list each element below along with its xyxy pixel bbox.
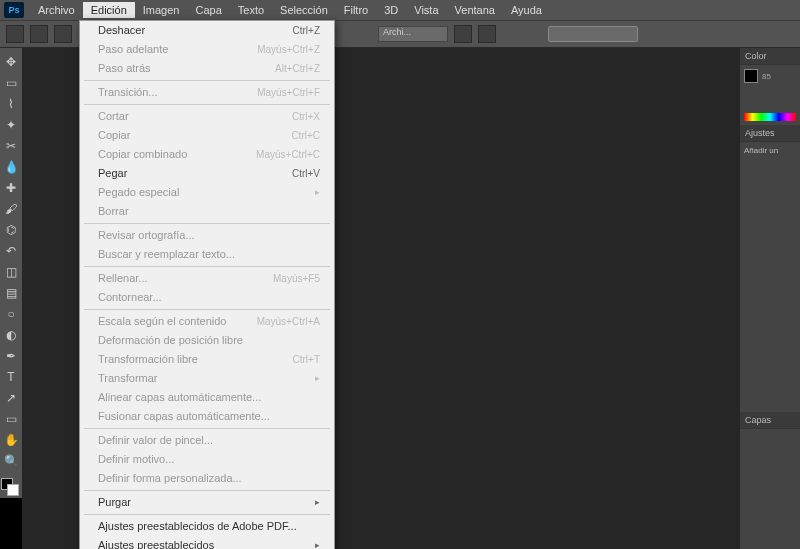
menuitem-label: Pegar [98, 166, 127, 181]
tool-blur[interactable]: ○ [1, 304, 21, 324]
menuitem-label: Escala según el contenido [98, 314, 226, 329]
tool-stamp[interactable]: ⌬ [1, 220, 21, 240]
tool-gradient[interactable]: ▤ [1, 283, 21, 303]
menuitem-escala-seg-n-el-contenido: Escala según el contenidoMayús+Ctrl+A [80, 312, 334, 331]
tool-wand[interactable]: ✦ [1, 115, 21, 135]
menuitem-definir-valor-de-pincel: Definir valor de pincel... [80, 431, 334, 450]
menu-capa[interactable]: Capa [187, 2, 229, 18]
tool-marquee[interactable]: ▭ [1, 73, 21, 93]
menuitem-label: Revisar ortografía... [98, 228, 195, 243]
menuitem-label: Paso adelante [98, 42, 168, 57]
hue-strip[interactable] [744, 113, 796, 121]
menuitem-label: Borrar [98, 204, 129, 219]
tool-eraser[interactable]: ◫ [1, 262, 21, 282]
right-panels: Color 85 Ajustes Añadir un Capas [740, 48, 800, 549]
menuitem-ajustes-preestablecidos-de-adobe-pdf[interactable]: Ajustes preestablecidos de Adobe PDF... [80, 517, 334, 536]
opt-swatch[interactable] [54, 25, 72, 43]
menuitem-definir-motivo: Definir motivo... [80, 450, 334, 469]
menuitem-copiar-combinado: Copiar combinadoMayús+Ctrl+C [80, 145, 334, 164]
menuitem-rellenar: Rellenar...Mayús+F5 [80, 269, 334, 288]
opt-button[interactable] [548, 26, 638, 42]
tool-zoom[interactable]: 🔍 [1, 451, 21, 471]
menu-archivo[interactable]: Archivo [30, 2, 83, 18]
menu-separator [84, 428, 330, 429]
menuitem-copiar: CopiarCtrl+C [80, 126, 334, 145]
tool-hand[interactable]: ✋ [1, 430, 21, 450]
menuitem-ajustes-preestablecidos[interactable]: Ajustes preestablecidos [80, 536, 334, 549]
menuitem-label: Pegado especial [98, 185, 179, 200]
tool-lasso[interactable]: ⌇ [1, 94, 21, 114]
menu-separator [84, 104, 330, 105]
tool-brush[interactable]: 🖌 [1, 199, 21, 219]
menuitem-fusionar-capas-autom-ticamente: Fusionar capas automáticamente... [80, 407, 334, 426]
menu-separator [84, 514, 330, 515]
opt-swatch[interactable] [30, 25, 48, 43]
menuitem-paso-atr-s: Paso atrásAlt+Ctrl+Z [80, 59, 334, 78]
menu-imagen[interactable]: Imagen [135, 2, 188, 18]
menu-filtro[interactable]: Filtro [336, 2, 376, 18]
menu-selección[interactable]: Selección [272, 2, 336, 18]
menuitem-label: Copiar combinado [98, 147, 187, 162]
menuitem-label: Deshacer [98, 23, 145, 38]
tool-dodge[interactable]: ◐ [1, 325, 21, 345]
tool-type[interactable]: T [1, 367, 21, 387]
menu-edición[interactable]: Edición [83, 2, 135, 18]
menu-texto[interactable]: Texto [230, 2, 272, 18]
menuitem-buscar-y-reemplazar-texto: Buscar y reemplazar texto... [80, 245, 334, 264]
menuitem-shortcut: Ctrl+X [292, 109, 320, 124]
menuitem-contornear: Contornear... [80, 288, 334, 307]
menu-ventana[interactable]: Ventana [447, 2, 503, 18]
value-readout: 85 [762, 72, 771, 81]
bg-color[interactable] [7, 484, 19, 496]
opt-field[interactable]: Archi... [378, 26, 448, 42]
menuitem-shortcut: Alt+Ctrl+Z [275, 61, 320, 76]
opt-swatch[interactable] [6, 25, 24, 43]
opt-swatch[interactable] [454, 25, 472, 43]
menuitem-shortcut: Mayús+Ctrl+Z [257, 42, 320, 57]
menuitem-transformaci-n-libre: Transformación libreCtrl+T [80, 350, 334, 369]
menu-separator [84, 266, 330, 267]
tool-move[interactable]: ✥ [1, 52, 21, 72]
edit-menu-dropdown: DeshacerCtrl+ZPaso adelanteMayús+Ctrl+ZP… [79, 20, 335, 549]
adjustments-panel-tab[interactable]: Ajustes [740, 125, 800, 142]
menuitem-deshacer[interactable]: DeshacerCtrl+Z [80, 21, 334, 40]
menuitem-label: Ajustes preestablecidos [98, 538, 214, 549]
tool-rect[interactable]: ▭ [1, 409, 21, 429]
menuitem-purgar[interactable]: Purgar [80, 493, 334, 512]
menuitem-shortcut: Ctrl+Z [293, 23, 321, 38]
menuitem-label: Transición... [98, 85, 158, 100]
tool-pen[interactable]: ✒ [1, 346, 21, 366]
tool-history[interactable]: ↶ [1, 241, 21, 261]
tools-panel: ✥▭⌇✦✂💧✚🖌⌬↶◫▤○◐✒T↗▭✋🔍 [0, 48, 22, 498]
menu-3d[interactable]: 3D [376, 2, 406, 18]
menu-ayuda[interactable]: Ayuda [503, 2, 550, 18]
menuitem-borrar: Borrar [80, 202, 334, 221]
menuitem-label: Transformación libre [98, 352, 198, 367]
opt-swatch[interactable] [478, 25, 496, 43]
menuitem-paso-adelante: Paso adelanteMayús+Ctrl+Z [80, 40, 334, 59]
color-panel-tab[interactable]: Color [740, 48, 800, 65]
tool-crop[interactable]: ✂ [1, 136, 21, 156]
menuitem-shortcut: Mayús+Ctrl+A [257, 314, 320, 329]
menu-vista[interactable]: Vista [406, 2, 446, 18]
menuitem-pegar[interactable]: PegarCtrl+V [80, 164, 334, 183]
menuitem-label: Fusionar capas automáticamente... [98, 409, 270, 424]
menuitem-cortar: CortarCtrl+X [80, 107, 334, 126]
menu-separator [84, 80, 330, 81]
tool-eyedropper[interactable]: 💧 [1, 157, 21, 177]
menu-separator [84, 223, 330, 224]
menuitem-shortcut: Mayús+Ctrl+C [256, 147, 320, 162]
menuitem-label: Cortar [98, 109, 129, 124]
tool-heal[interactable]: ✚ [1, 178, 21, 198]
menuitem-label: Rellenar... [98, 271, 148, 286]
menuitem-transici-n: Transición...Mayús+Ctrl+F [80, 83, 334, 102]
menuitem-label: Deformación de posición libre [98, 333, 243, 348]
layers-panel [740, 429, 800, 549]
menuitem-shortcut: Mayús+Ctrl+F [257, 85, 320, 100]
menuitem-label: Definir forma personalizada... [98, 471, 242, 486]
menuitem-label: Purgar [98, 495, 131, 510]
tool-path[interactable]: ↗ [1, 388, 21, 408]
fg-swatch[interactable] [744, 69, 758, 83]
layers-panel-tab[interactable]: Capas [740, 412, 800, 429]
menuitem-revisar-ortograf-a: Revisar ortografía... [80, 226, 334, 245]
